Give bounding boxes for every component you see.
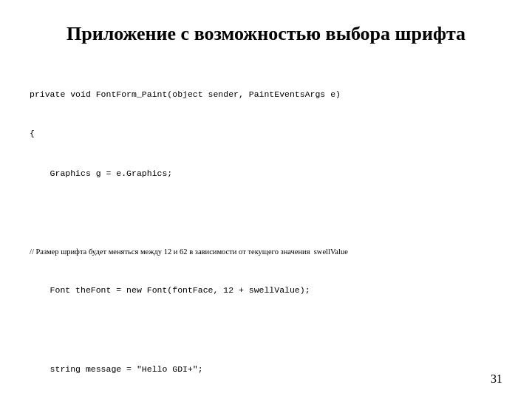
- code-line-7: [30, 324, 502, 337]
- code-block: private void FontForm_Paint(object sende…: [30, 61, 502, 399]
- code-line-4: [30, 206, 502, 219]
- slide-container: Приложение с возможностью выбора шрифта …: [0, 0, 532, 399]
- code-line-1: private void FontForm_Paint(object sende…: [30, 88, 502, 101]
- code-line-8: string message = "Hello GDI+";: [30, 363, 502, 376]
- code-line-2: {: [30, 127, 502, 140]
- page-number: 31: [491, 372, 502, 386]
- slide-title: Приложение с возможностью выбора шрифта: [30, 22, 502, 45]
- code-line-3: Graphics g = e.Graphics;: [30, 167, 502, 180]
- code-comment-1: // Размер шрифта будет меняться между 12…: [30, 246, 502, 258]
- code-line-6: Font theFont = new Font(fontFace, 12 + s…: [30, 284, 502, 297]
